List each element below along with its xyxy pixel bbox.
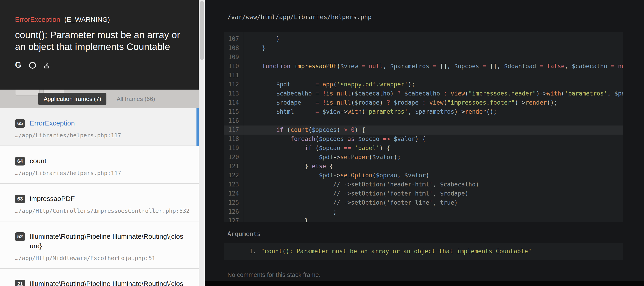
search-icons-row: G bbox=[15, 61, 184, 69]
code-text: } bbox=[243, 36, 280, 42]
code-line-113: 113 $cabecalho = !is_null($cabecalho) ? … bbox=[224, 89, 623, 98]
code-text: } bbox=[243, 217, 308, 222]
code-block: 107 }108}109110function impressaoPDF($vi… bbox=[224, 32, 623, 222]
line-number: 120 bbox=[224, 153, 243, 162]
code-text: // ->setOption('footer-html', $rodape) bbox=[243, 190, 468, 197]
line-number: 109 bbox=[224, 53, 243, 62]
code-text: $pdf = app('snappy.pdf.wrapper'); bbox=[243, 81, 415, 88]
clipped-button[interactable] bbox=[15, 90, 40, 96]
frame-file-path: …/app/Http/Controllers/ImpressoesControl… bbox=[15, 207, 184, 214]
line-number: 126 bbox=[224, 207, 243, 216]
left-panel: ErrorException (E_WARNING) count(): Para… bbox=[0, 0, 199, 286]
line-number: 112 bbox=[224, 80, 243, 89]
line-number: 117 bbox=[224, 126, 243, 134]
tab-application-frames[interactable]: Application frames (7) bbox=[38, 93, 107, 105]
stack-frame[interactable]: 52 Illuminate\Routing\Pipeline Illuminat… bbox=[0, 222, 199, 269]
code-text: if (count($opcoes) > 0) { bbox=[243, 126, 365, 133]
active-frame-indicator bbox=[196, 108, 199, 146]
scrollbar-thumb[interactable] bbox=[200, 1, 204, 60]
duckduckgo-search-icon[interactable] bbox=[29, 62, 36, 68]
argument-value: "count(): Parameter must be an array or … bbox=[261, 248, 532, 255]
code-line-117: 117 if (count($opcoes) > 0) { bbox=[224, 126, 623, 134]
code-line-124: 124 // ->setOption('footer-html', $rodap… bbox=[224, 189, 623, 198]
code-text: // ->setOption('footer-line', true) bbox=[243, 199, 458, 206]
line-number: 119 bbox=[224, 144, 243, 153]
code-text bbox=[243, 54, 262, 60]
line-number: 123 bbox=[224, 180, 243, 189]
line-number: 118 bbox=[224, 134, 243, 144]
frames-list: 65 ErrorException …/app/Libraries/helper… bbox=[0, 108, 199, 286]
code-line-127: 127 } bbox=[224, 216, 623, 222]
stack-frame[interactable]: 65 ErrorException …/app/Libraries/helper… bbox=[0, 108, 199, 146]
stackoverflow-search-icon[interactable] bbox=[44, 62, 50, 69]
exception-severity: (E_WARNING) bbox=[64, 16, 110, 23]
code-text: } bbox=[243, 44, 266, 52]
frame-method: Illuminate\Routing\Pipeline Illuminate\R… bbox=[30, 279, 184, 286]
line-number: 108 bbox=[224, 44, 243, 53]
code-line-119: 119 if ($opcao == 'papel') { bbox=[224, 144, 623, 153]
frame-method: count bbox=[30, 156, 184, 166]
line-number: 127 bbox=[224, 216, 243, 222]
code-line-118: 118 foreach($opcoes as $opcao => $valor)… bbox=[224, 134, 623, 144]
argument-index: 1. bbox=[249, 248, 256, 255]
left-panel-scrollbar bbox=[199, 0, 205, 286]
exception-message: count(): Parameter must be an array or a… bbox=[15, 29, 184, 53]
frame-index-badge: 64 bbox=[15, 157, 25, 166]
arguments-heading: Arguments bbox=[228, 230, 644, 237]
code-text: if ($opcao == 'papel') { bbox=[243, 144, 390, 152]
frame-index-badge: 63 bbox=[15, 194, 25, 203]
frame-method: impressaoPDF bbox=[30, 194, 184, 203]
tab-all-frames[interactable]: All frames (66) bbox=[111, 93, 160, 105]
gutter-divider bbox=[243, 32, 243, 222]
frame-head: 21 Illuminate\Routing\Pipeline Illuminat… bbox=[15, 279, 184, 286]
code-line-109: 109 bbox=[224, 53, 623, 62]
code-line-108: 108} bbox=[224, 44, 623, 53]
no-comments-text: No comments for this stack frame. bbox=[228, 272, 644, 278]
line-number: 107 bbox=[224, 34, 243, 44]
google-search-icon[interactable]: G bbox=[15, 61, 22, 69]
code-text: } else { bbox=[243, 163, 333, 170]
line-number: 114 bbox=[224, 98, 243, 107]
line-number: 113 bbox=[224, 89, 243, 98]
stack-frame[interactable]: 63 impressaoPDF …/app/Http/Controllers/I… bbox=[0, 184, 199, 222]
frames-tabs-bar: Application frames (7) All frames (66) bbox=[0, 90, 199, 108]
line-number: 124 bbox=[224, 189, 243, 198]
frame-index-badge: 65 bbox=[15, 119, 25, 128]
stack-frame[interactable]: 21 Illuminate\Routing\Pipeline Illuminat… bbox=[0, 269, 199, 286]
code-text: $pdf->setPaper($valor); bbox=[243, 154, 401, 160]
frame-head: 63 impressaoPDF bbox=[15, 194, 184, 203]
line-number: 115 bbox=[224, 107, 243, 116]
code-line-115: 115 $html = $view->with('parametros', $p… bbox=[224, 107, 623, 116]
frame-index-badge: 21 bbox=[15, 280, 25, 286]
code-text: $cabecalho = !is_null($cabecalho) ? $cab… bbox=[243, 90, 623, 97]
code-line-120: 120 $pdf->setPaper($valor); bbox=[224, 153, 623, 162]
frame-index-badge: 52 bbox=[15, 232, 25, 241]
exception-class: ErrorException bbox=[15, 16, 60, 23]
code-line-112: 112 $pdf = app('snappy.pdf.wrapper'); bbox=[224, 80, 623, 89]
horizontal-scrollbar-track[interactable] bbox=[205, 281, 644, 286]
code-line-107: 107 } bbox=[224, 34, 623, 44]
code-text bbox=[243, 72, 262, 79]
code-text: function impressaoPDF($view = null, $par… bbox=[243, 63, 623, 70]
frame-head: 52 Illuminate\Routing\Pipeline Illuminat… bbox=[15, 232, 184, 250]
code-panel: /var/www/html/app/Libraries/helpers.php … bbox=[205, 0, 644, 286]
code-text: $html = $view->with('parametros', $param… bbox=[243, 108, 497, 115]
code-line-114: 114 $rodape = !is_null($rodape) ? $rodap… bbox=[224, 98, 623, 107]
code-text: $rodape = !is_null($rodape) ? $rodape : … bbox=[243, 99, 557, 106]
code-line-111: 111 bbox=[224, 71, 623, 80]
line-number: 121 bbox=[224, 162, 243, 171]
code-text: ; bbox=[243, 208, 337, 215]
line-number: 111 bbox=[224, 71, 243, 80]
code-line-110: 110function impressaoPDF($view = null, $… bbox=[224, 62, 623, 71]
frame-file-path: …/app/Http/Middleware/EscolherLoja.php:5… bbox=[15, 255, 184, 262]
file-path: /var/www/html/app/Libraries/helpers.php bbox=[228, 13, 644, 20]
code-line-126: 126 ; bbox=[224, 207, 623, 216]
line-number: 110 bbox=[224, 62, 243, 71]
frame-method: Illuminate\Routing\Pipeline Illuminate\R… bbox=[30, 232, 184, 250]
code-text: foreach($opcoes as $opcao => $valor) { bbox=[243, 136, 426, 142]
stack-frame[interactable]: 64 count …/app/Libraries/helpers.php:117 bbox=[0, 146, 199, 184]
arguments-list: 1."count(): Parameter must be an array o… bbox=[224, 243, 623, 260]
code-text: // ->setOption('header-html', $cabecalho… bbox=[243, 181, 479, 188]
code-line-123: 123 // ->setOption('header-html', $cabec… bbox=[224, 180, 623, 189]
exception-class-line: ErrorException (E_WARNING) bbox=[15, 16, 184, 23]
